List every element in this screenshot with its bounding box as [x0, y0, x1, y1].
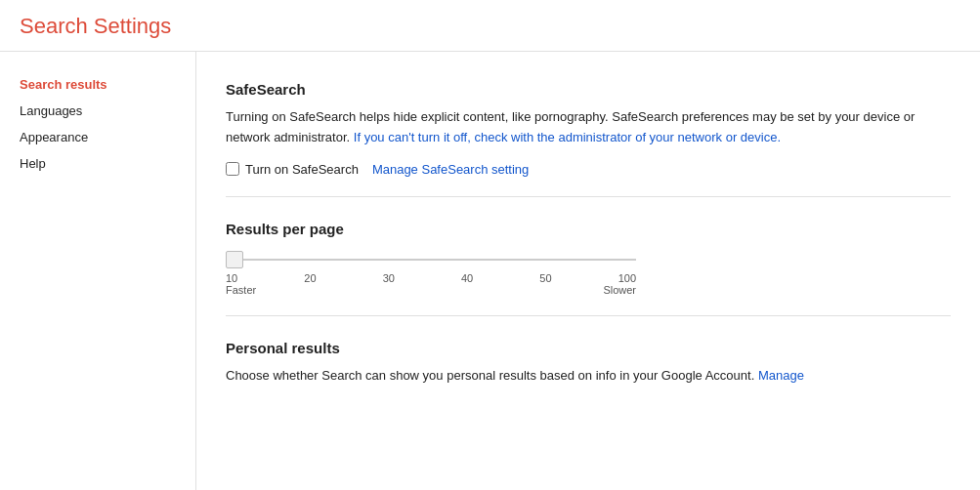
slider-faster-label: Faster	[226, 284, 256, 296]
safesearch-title: SafeSearch	[226, 81, 951, 98]
slider-label-100: 100	[618, 272, 636, 284]
slider-label-30: 30	[383, 272, 395, 284]
slider-container: 10 20 30 40 50 100 Faster Slower	[226, 251, 636, 296]
page-header: Search Settings	[0, 0, 980, 52]
safesearch-desc-link-text: If you can't turn it off, check with the…	[354, 130, 781, 144]
slider-thumb[interactable]	[226, 251, 243, 268]
slider-label-10: 10	[226, 272, 237, 284]
personal-results-text: Choose whether Search can show you perso…	[226, 368, 754, 383]
safesearch-controls: Turn on SafeSearch Manage SafeSearch set…	[226, 162, 951, 177]
sidebar-item-search-results[interactable]: Search results	[20, 71, 195, 98]
manage-safesearch-link[interactable]: Manage SafeSearch setting	[372, 162, 529, 177]
content-area: SafeSearch Turning on SafeSearch helps h…	[195, 52, 980, 490]
slider-label-20: 20	[304, 272, 316, 284]
personal-results-title: Personal results	[226, 340, 951, 356]
slider-line	[243, 259, 636, 261]
personal-results-description: Choose whether Search can show you perso…	[226, 366, 929, 387]
safesearch-checkbox-text: Turn on SafeSearch	[245, 162, 359, 177]
slider-slower-label: Slower	[603, 284, 636, 296]
personal-results-manage-link[interactable]: Manage	[758, 368, 804, 383]
slider-track	[226, 251, 636, 268]
safesearch-checkbox[interactable]	[226, 162, 239, 176]
sidebar-item-appearance[interactable]: Appearance	[20, 124, 195, 150]
safesearch-description: Turning on SafeSearch helps hide explici…	[226, 107, 929, 148]
slider-desc-labels: Faster Slower	[226, 284, 636, 296]
page-title: Search Settings	[20, 14, 960, 39]
slider-number-labels: 10 20 30 40 50 100	[226, 272, 636, 284]
slider-label-50: 50	[539, 272, 551, 284]
safesearch-section: SafeSearch Turning on SafeSearch helps h…	[226, 71, 951, 197]
results-per-page-section: Results per page 10 20 30 40 50 100 Fast…	[226, 207, 951, 316]
main-layout: Search results Languages Appearance Help…	[0, 52, 980, 490]
sidebar-item-languages[interactable]: Languages	[20, 98, 195, 124]
slider-label-40: 40	[461, 272, 473, 284]
personal-results-section: Personal results Choose whether Search c…	[226, 326, 951, 406]
sidebar-item-help[interactable]: Help	[20, 150, 195, 177]
safesearch-checkbox-label[interactable]: Turn on SafeSearch	[226, 162, 359, 177]
sidebar: Search results Languages Appearance Help	[0, 52, 195, 490]
results-per-page-title: Results per page	[226, 221, 951, 237]
